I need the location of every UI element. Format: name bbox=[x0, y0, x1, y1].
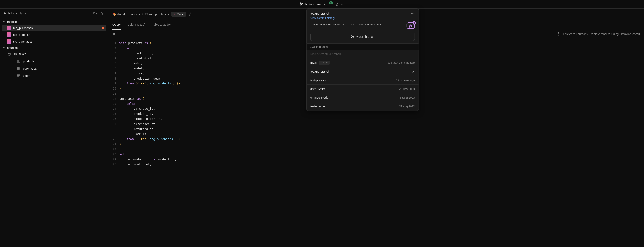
tree-label: src_faker bbox=[14, 52, 106, 56]
tree-folder-models[interactable]: models bbox=[0, 19, 108, 24]
table-icon bbox=[16, 66, 21, 71]
magic-icon[interactable] bbox=[123, 32, 126, 36]
branch-item-feature[interactable]: feature-branch bbox=[306, 67, 418, 76]
panel-more-icon[interactable] bbox=[411, 12, 415, 16]
table-icon bbox=[145, 13, 148, 16]
svg-point-9 bbox=[409, 24, 410, 25]
branch-search-input[interactable] bbox=[310, 52, 415, 56]
sort-icon bbox=[23, 12, 26, 14]
svg-point-4 bbox=[342, 4, 343, 4]
tree-label: products bbox=[23, 60, 106, 63]
branch-item-meta: 31 Aug 2023 bbox=[399, 105, 415, 108]
run-button[interactable] bbox=[112, 32, 119, 36]
code-line[interactable]: ) bbox=[119, 142, 644, 147]
code-line[interactable]: purchased_at, bbox=[119, 122, 644, 127]
chevron-down-icon bbox=[2, 20, 6, 23]
tab-tests[interactable]: Table tests (0) bbox=[152, 20, 171, 30]
svg-point-8 bbox=[414, 13, 414, 14]
panel-title: feature-branch bbox=[310, 12, 330, 15]
new-file-icon[interactable] bbox=[86, 11, 90, 15]
tree-item-mrt-purchases[interactable]: mrt_purchases bbox=[2, 24, 106, 32]
code-line[interactable]: from {{ ref('stg_purchases') }} bbox=[119, 137, 644, 142]
branch-item-name: change-model bbox=[310, 96, 329, 99]
table-icon bbox=[16, 73, 21, 78]
view-commit-history-link[interactable]: View commit history bbox=[306, 16, 418, 22]
tab-query[interactable]: Query bbox=[112, 20, 120, 30]
tree-item-stg-purchases[interactable]: stg_purchases bbox=[0, 38, 108, 45]
svg-point-5 bbox=[344, 4, 344, 4]
table-icon bbox=[16, 59, 21, 64]
last-edit-text: Last edit: Thursday, 02 November 2023 by… bbox=[563, 32, 640, 36]
history-icon[interactable] bbox=[556, 32, 560, 36]
tree-label: stg_purchases bbox=[13, 40, 106, 43]
format-icon[interactable] bbox=[130, 32, 134, 36]
star-icon[interactable] bbox=[188, 12, 192, 16]
model-icon bbox=[7, 39, 12, 44]
code-line[interactable]: added_to_cart_at, bbox=[119, 116, 644, 122]
svg-point-0 bbox=[300, 2, 301, 4]
svg-point-7 bbox=[412, 13, 413, 14]
sort-label: Alphabetically bbox=[4, 12, 22, 15]
svg-point-13 bbox=[351, 37, 352, 38]
branch-item-meta: 5 Sept 2023 bbox=[400, 96, 415, 99]
code-line[interactable] bbox=[119, 147, 644, 152]
branch-status-message: This branch is 0 commits ahead and 1 com… bbox=[310, 22, 382, 27]
branch-item-meta: less than a minute ago bbox=[387, 61, 415, 64]
merge-counter-badge: 1 bbox=[413, 21, 416, 24]
merge-branch-button[interactable]: Merge branch bbox=[310, 33, 415, 41]
merge-counter-icon[interactable]: 1 bbox=[407, 22, 415, 29]
branch-change-badge: 1 bbox=[329, 2, 332, 4]
code-line[interactable]: select bbox=[119, 152, 644, 157]
breadcrumb-folder[interactable]: models bbox=[130, 12, 140, 16]
model-icon bbox=[7, 26, 12, 30]
tree-item-users[interactable]: users bbox=[0, 72, 108, 79]
merge-icon bbox=[351, 35, 354, 38]
model-icon bbox=[7, 32, 12, 37]
code-line[interactable]: returned_at, bbox=[119, 127, 644, 132]
tree-item-purchases[interactable]: purchases bbox=[0, 65, 108, 72]
svg-point-1 bbox=[300, 5, 301, 6]
code-line[interactable]: po.product_id as product_id, bbox=[119, 157, 644, 162]
settings-icon[interactable] bbox=[100, 11, 104, 15]
branch-item-name: main bbox=[310, 61, 317, 64]
tab-columns[interactable]: Columns (10) bbox=[127, 20, 145, 30]
code-line[interactable]: product_id, bbox=[119, 112, 644, 116]
tree-item-stg-products[interactable]: stg_products bbox=[0, 32, 108, 38]
switch-branch-header: Switch branch bbox=[306, 43, 418, 50]
sort-dropdown[interactable]: Alphabetically bbox=[4, 12, 26, 15]
palette-icon: 🎨 bbox=[112, 12, 116, 16]
sync-icon[interactable] bbox=[335, 2, 339, 6]
branch-item-name: test-partition bbox=[310, 78, 327, 82]
svg-point-16 bbox=[8, 53, 10, 54]
svg-rect-17 bbox=[18, 60, 20, 62]
branch-selector[interactable]: feature-branch 1 bbox=[299, 2, 344, 6]
branch-item-name: test-source bbox=[310, 104, 325, 108]
branch-item-docs-fivetran[interactable]: docs-fivetran 22 Nov 2023 bbox=[306, 85, 418, 93]
breadcrumb-repo[interactable]: 🎨 docs1 bbox=[112, 12, 125, 16]
tree-item-products[interactable]: products bbox=[0, 58, 108, 65]
model-type-badge: ✦ Model bbox=[171, 12, 186, 16]
code-line[interactable]: po.created_at, bbox=[119, 162, 644, 167]
branch-item-test-source[interactable]: test-source 31 Aug 2023 bbox=[306, 102, 418, 110]
branch-item-test-partition[interactable]: test-partition 19 minutes ago bbox=[306, 76, 418, 85]
branch-list: main default less than a minute ago feat… bbox=[306, 58, 418, 110]
merge-branch-label: Merge branch bbox=[356, 35, 374, 38]
code-line[interactable]: user_id bbox=[119, 132, 644, 137]
new-folder-icon[interactable] bbox=[93, 11, 97, 15]
svg-point-12 bbox=[351, 35, 352, 36]
model-icon: ✦ bbox=[173, 12, 176, 16]
branch-item-meta: 22 Nov 2023 bbox=[399, 88, 415, 90]
branch-item-change-model[interactable]: change-model 5 Sept 2023 bbox=[306, 93, 418, 102]
svg-point-3 bbox=[341, 4, 342, 4]
tree-item-src-faker[interactable]: src_faker bbox=[0, 50, 108, 58]
svg-point-6 bbox=[411, 13, 412, 14]
tree-folder-sources[interactable]: sources bbox=[0, 45, 108, 50]
branch-item-name: feature-branch bbox=[310, 70, 330, 73]
svg-rect-18 bbox=[18, 68, 20, 70]
modified-dot-icon bbox=[102, 27, 104, 29]
more-icon[interactable] bbox=[341, 2, 345, 6]
git-branch-icon bbox=[299, 2, 303, 6]
branch-item-main[interactable]: main default less than a minute ago bbox=[306, 58, 418, 67]
breadcrumb-file[interactable]: mrt_purchases bbox=[145, 12, 169, 16]
svg-point-15 bbox=[102, 13, 103, 14]
